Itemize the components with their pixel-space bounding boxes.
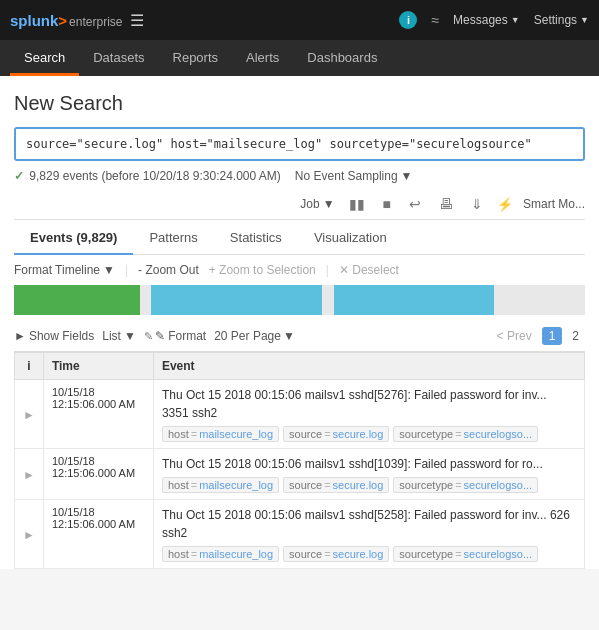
event-cell: Thu Oct 15 2018 00:15:06 mailsv1 sshd[52… xyxy=(153,380,584,449)
tab-events[interactable]: Events (9,829) xyxy=(14,222,133,255)
sampling-caret-icon: ▼ xyxy=(401,169,413,183)
top-bar-center: i ≈ Messages ▼ Settings ▼ xyxy=(399,11,589,29)
time-cell: 10/15/1812:15:06.000 AM xyxy=(43,500,153,569)
col-header-i: i xyxy=(15,353,44,380)
tab-alerts[interactable]: Alerts xyxy=(232,42,293,76)
top-navigation-bar: splunk>enterprise ☰ i ≈ Messages ▼ Setti… xyxy=(0,0,599,40)
tab-statistics[interactable]: Statistics xyxy=(214,222,298,255)
tag-value[interactable]: mailsecure_log xyxy=(199,548,273,560)
tag-key: sourcetype xyxy=(399,428,453,440)
event-info-bar: ✓ 9,829 events (before 10/20/18 9:30:24.… xyxy=(14,169,585,183)
zoom-out-button[interactable]: - Zoom Out xyxy=(138,263,199,277)
timeline-segment-gap2 xyxy=(322,285,333,315)
list-caret-icon: ▼ xyxy=(124,329,136,343)
tag-value[interactable]: secure.log xyxy=(333,479,384,491)
job-button[interactable]: Job ▼ xyxy=(300,197,334,211)
time-cell: 10/15/1812:15:06.000 AM xyxy=(43,380,153,449)
logo-text: splunk>enterprise xyxy=(10,12,122,29)
list-format-button[interactable]: List ▼ xyxy=(102,329,136,343)
page-2-button[interactable]: 2 xyxy=(566,327,585,345)
event-text: Thu Oct 15 2018 00:15:06 mailsv1 sshd[52… xyxy=(162,506,576,542)
time-cell: 10/15/1812:15:06.000 AM xyxy=(43,449,153,500)
tab-dashboards[interactable]: Dashboards xyxy=(293,42,391,76)
print-button[interactable]: 🖶 xyxy=(435,194,457,214)
no-event-sampling-button[interactable]: No Event Sampling ▼ xyxy=(295,169,413,183)
timeline-segment-gap3 xyxy=(494,285,585,315)
event-tag: source = secure.log xyxy=(283,426,389,442)
event-tags: host = mailsecure_logsource = secure.log… xyxy=(162,426,576,442)
main-content: New Search ✓ 9,829 events (before 10/20/… xyxy=(0,76,599,569)
tab-search[interactable]: Search xyxy=(10,42,79,76)
results-table: i Time Event ►10/15/1812:15:06.000 AMThu… xyxy=(14,352,585,569)
show-fields-button[interactable]: ► Show Fields xyxy=(14,329,94,343)
smart-mode-button[interactable]: Smart Mo... xyxy=(523,197,585,211)
export-button[interactable]: ⇓ xyxy=(467,194,487,214)
pagination: < Prev 1 2 xyxy=(491,327,585,345)
event-tag: sourcetype = securelogso... xyxy=(393,546,538,562)
per-page-button[interactable]: 20 Per Page ▼ xyxy=(214,329,295,343)
tab-reports[interactable]: Reports xyxy=(159,42,233,76)
zoom-selection-button: + Zoom to Selection xyxy=(209,263,316,277)
event-text: Thu Oct 15 2018 00:15:06 mailsv1 sshd[10… xyxy=(162,455,576,473)
settings-caret-icon: ▼ xyxy=(580,15,589,25)
info-badge[interactable]: i xyxy=(399,11,417,29)
deselect-button: ✕ Deselect xyxy=(339,263,399,277)
timeline-segment-1 xyxy=(14,285,140,315)
job-bar: Job ▼ ▮▮ ■ ↩ 🖶 ⇓ ⚡ Smart Mo... xyxy=(14,189,585,220)
pencil-icon: ✎ xyxy=(144,330,153,343)
timeline-segment-2 xyxy=(151,285,322,315)
stop-button[interactable]: ■ xyxy=(379,194,395,214)
event-tag: sourcetype = securelogso... xyxy=(393,426,538,442)
share-button[interactable]: ↩ xyxy=(405,194,425,214)
timeline-controls: Format Timeline ▼ | - Zoom Out + Zoom to… xyxy=(14,255,585,285)
checkmark-icon: ✓ xyxy=(14,169,24,183)
navigation-icon[interactable]: ☰ xyxy=(130,11,144,30)
row-expander[interactable]: ► xyxy=(15,380,44,449)
timeline-bar xyxy=(14,285,585,315)
messages-button[interactable]: Messages ▼ xyxy=(453,13,520,27)
search-input[interactable] xyxy=(14,127,585,161)
event-text: Thu Oct 15 2018 00:15:06 mailsv1 sshd[52… xyxy=(162,386,576,422)
format-timeline-caret: ▼ xyxy=(103,263,115,277)
page-title: New Search xyxy=(14,92,585,115)
row-expander[interactable]: ► xyxy=(15,500,44,569)
event-cell: Thu Oct 15 2018 00:15:06 mailsv1 sshd[52… xyxy=(153,500,584,569)
tag-value[interactable]: mailsecure_log xyxy=(199,479,273,491)
tag-key: sourcetype xyxy=(399,548,453,560)
tag-key: sourcetype xyxy=(399,479,453,491)
tab-patterns[interactable]: Patterns xyxy=(133,222,213,255)
tag-value[interactable]: secure.log xyxy=(333,548,384,560)
tab-visualization[interactable]: Visualization xyxy=(298,222,403,255)
format-button[interactable]: ✎ ✎ Format xyxy=(144,329,206,343)
tag-value[interactable]: securelogso... xyxy=(464,479,532,491)
tag-key: host xyxy=(168,548,189,560)
separator-2: | xyxy=(326,263,329,277)
logo: splunk>enterprise ☰ xyxy=(10,11,144,30)
tag-value[interactable]: secure.log xyxy=(333,428,384,440)
job-caret-icon: ▼ xyxy=(323,197,335,211)
page-1-button[interactable]: 1 xyxy=(542,327,563,345)
format-timeline-button[interactable]: Format Timeline ▼ xyxy=(14,263,115,277)
event-tag: source = secure.log xyxy=(283,546,389,562)
pause-button[interactable]: ▮▮ xyxy=(345,194,369,214)
row-expander[interactable]: ► xyxy=(15,449,44,500)
separator-1: | xyxy=(125,263,128,277)
tab-datasets[interactable]: Datasets xyxy=(79,42,158,76)
tag-value[interactable]: securelogso... xyxy=(464,428,532,440)
tag-value[interactable]: securelogso... xyxy=(464,548,532,560)
event-count: ✓ 9,829 events (before 10/20/18 9:30:24.… xyxy=(14,169,281,183)
tag-key: source xyxy=(289,548,322,560)
table-row: ►10/15/1812:15:06.000 AMThu Oct 15 2018 … xyxy=(15,380,585,449)
col-header-time: Time xyxy=(43,353,153,380)
messages-caret-icon: ▼ xyxy=(511,15,520,25)
table-row: ►10/15/1812:15:06.000 AMThu Oct 15 2018 … xyxy=(15,500,585,569)
event-tag: source = secure.log xyxy=(283,477,389,493)
tag-value[interactable]: mailsecure_log xyxy=(199,428,273,440)
per-page-caret-icon: ▼ xyxy=(283,329,295,343)
col-header-event: Event xyxy=(153,353,584,380)
event-tag: host = mailsecure_log xyxy=(162,477,279,493)
tag-key: source xyxy=(289,479,322,491)
activity-icon[interactable]: ≈ xyxy=(431,12,439,28)
tag-key: host xyxy=(168,479,189,491)
settings-button[interactable]: Settings ▼ xyxy=(534,13,589,27)
